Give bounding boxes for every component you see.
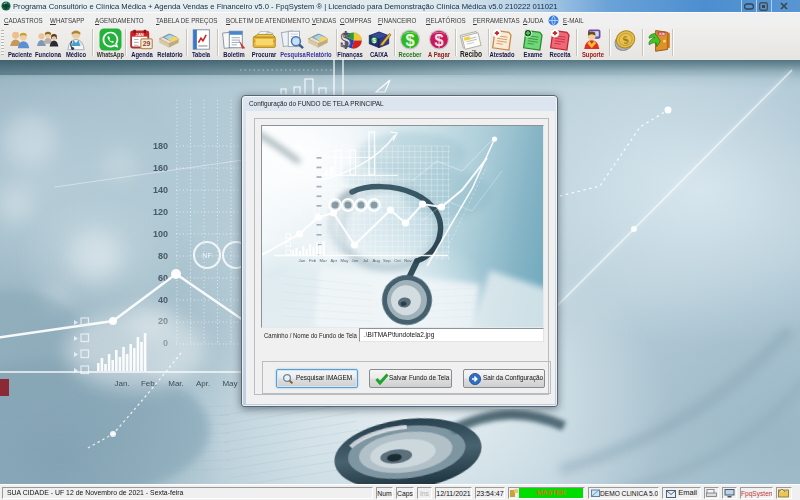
svg-text:Jun: Jun xyxy=(352,258,359,263)
svg-text:140: 140 xyxy=(153,185,168,195)
svg-text:Feb.: Feb. xyxy=(141,379,157,388)
svg-text:Apr.: Apr. xyxy=(196,379,210,388)
svg-text:Aug: Aug xyxy=(372,258,380,263)
svg-text:JAN: JAN xyxy=(135,32,143,37)
svg-text:NF: NF xyxy=(202,252,211,259)
svg-text:May: May xyxy=(340,258,349,263)
svg-text:Feb: Feb xyxy=(309,258,317,263)
svg-text:80: 80 xyxy=(158,251,168,261)
svg-text:Oct: Oct xyxy=(394,258,401,263)
svg-text:120: 120 xyxy=(153,207,168,217)
svg-text:$: $ xyxy=(434,31,443,49)
svg-text:Nov: Nov xyxy=(404,258,412,263)
svg-text:100: 100 xyxy=(153,229,168,239)
svg-text:$: $ xyxy=(405,31,414,49)
svg-text:29: 29 xyxy=(142,40,150,47)
svg-text:Jul: Jul xyxy=(363,258,368,263)
svg-text:180: 180 xyxy=(153,141,168,151)
svg-text:Mar: Mar xyxy=(320,258,328,263)
svg-text:$: $ xyxy=(341,29,351,51)
svg-text:Jan: Jan xyxy=(299,258,306,263)
svg-text:$: $ xyxy=(372,37,376,45)
svg-text:EXIT: EXIT xyxy=(658,32,665,36)
svg-text:Jan.: Jan. xyxy=(114,379,129,388)
svg-text:Apr: Apr xyxy=(331,258,338,263)
svg-text:40: 40 xyxy=(158,295,168,305)
svg-text:Mar.: Mar. xyxy=(168,379,184,388)
svg-text:May: May xyxy=(222,379,237,388)
svg-text:Sep: Sep xyxy=(383,258,391,263)
